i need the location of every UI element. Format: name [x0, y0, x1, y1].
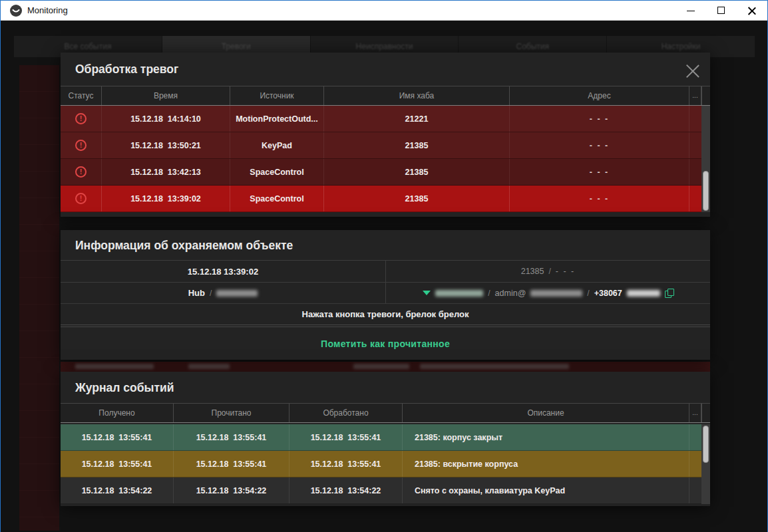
- alarm-table-header: Статус Время Источник Имя хаба Адрес ...: [61, 86, 710, 106]
- alarm-row[interactable]: 15.12.18 13:50:21 KeyPad 21385 - - -: [61, 132, 701, 159]
- hub-label: Hub: [188, 288, 205, 298]
- background-dimmed-row: [61, 362, 710, 372]
- col-processed[interactable]: Обработано: [289, 404, 403, 422]
- close-icon: [748, 7, 756, 15]
- col-time[interactable]: Время: [102, 86, 230, 105]
- event-log-panel: Журнал событий Получено Прочитано Обрабо…: [61, 372, 710, 506]
- col-more[interactable]: ...: [689, 86, 701, 105]
- minimize-button[interactable]: [675, 1, 706, 21]
- alarm-panel-title: Обработка тревог: [75, 63, 178, 76]
- event-row-warning[interactable]: 15.12.18 13:55:41 15.12.18 13:55:41 15.1…: [61, 451, 701, 477]
- maximize-button[interactable]: [706, 1, 737, 21]
- contact-email-redacted: [530, 290, 582, 297]
- col-read[interactable]: Прочитано: [174, 404, 289, 422]
- alert-icon: [75, 193, 87, 204]
- app-logo-icon: [10, 5, 22, 17]
- close-window-button[interactable]: [737, 1, 767, 21]
- minimize-icon: [687, 11, 695, 11]
- contact-name-redacted: [435, 290, 483, 297]
- expand-contact-icon[interactable]: [423, 291, 431, 295]
- col-scroll-gutter: [701, 404, 710, 422]
- alarm-datetime: 15.12.18 13:39:02: [188, 267, 258, 277]
- alarm-status-cell: [61, 106, 102, 132]
- contact-phone-redacted: [627, 290, 660, 297]
- alarm-message: Нажата кнопка тревоги, брелок брелок: [302, 309, 469, 319]
- alarm-scrollbar[interactable]: [701, 106, 710, 212]
- contact-phone-prefix: +38067: [594, 289, 622, 298]
- titlebar[interactable]: Monitoring: [1, 1, 767, 21]
- col-source[interactable]: Источник: [230, 86, 324, 105]
- alert-icon: [75, 113, 87, 124]
- event-scrollbar[interactable]: [701, 424, 710, 504]
- col-hub-name[interactable]: Имя хаба: [324, 86, 510, 105]
- event-row-ok[interactable]: 15.12.18 13:55:41 15.12.18 13:55:41 15.1…: [61, 424, 701, 451]
- hub-id-redacted: [216, 290, 258, 297]
- alarm-row-selected[interactable]: 15.12.18 13:39:02 SpaceControl 21385 - -…: [61, 186, 701, 212]
- event-panel-title: Журнал событий: [75, 381, 174, 395]
- alarm-status-cell: [61, 186, 102, 211]
- app-content: Все события Тревоги Неисправности Событи…: [1, 21, 767, 532]
- info-panel-title: Информация об охраняемом объекте: [75, 239, 293, 253]
- mark-as-read-button[interactable]: Пометить как прочитанное: [61, 327, 710, 360]
- alarm-status-cell: [61, 159, 102, 185]
- col-address[interactable]: Адрес: [510, 86, 689, 105]
- col-description[interactable]: Описание: [403, 404, 689, 422]
- alarm-status-cell: [61, 132, 102, 158]
- col-received[interactable]: Получено: [61, 404, 174, 422]
- event-row[interactable]: 15.12.18 13:54:22 15.12.18 13:54:22 15.1…: [61, 477, 701, 504]
- alarm-scrollbar-thumb[interactable]: [703, 171, 709, 211]
- col-status[interactable]: Статус: [61, 86, 102, 105]
- maximize-icon: [717, 7, 725, 14]
- object-number: 21385: [521, 267, 544, 276]
- col-more[interactable]: ...: [689, 404, 701, 422]
- object-address: - - -: [556, 267, 575, 276]
- dialog-close-button[interactable]: [686, 63, 699, 76]
- info-row-message: Нажата кнопка тревоги, брелок брелок: [61, 303, 710, 325]
- contact-email-prefix: admin@: [495, 289, 526, 298]
- col-scroll-gutter: [701, 86, 710, 105]
- event-scrollbar-thumb[interactable]: [703, 426, 709, 463]
- event-table-header: Получено Прочитано Обработано Описание .…: [61, 403, 710, 423]
- info-row-hub-contact: Hub / / admin@ / +38067: [61, 282, 710, 303]
- alert-icon: [75, 140, 87, 151]
- alert-icon: [75, 166, 87, 178]
- window-title: Monitoring: [27, 5, 68, 15]
- alarm-processing-panel: Обработка тревог Статус Время Источник И…: [61, 53, 710, 217]
- app-window: Monitoring Все события Тревоги Неисправн…: [0, 0, 768, 532]
- info-row-datetime: 15.12.18 13:39:02 21385 / - - -: [61, 260, 710, 282]
- copy-icon[interactable]: [665, 289, 673, 297]
- alarm-row[interactable]: 15.12.18 14:14:10 MotionProtectOutd... 2…: [61, 106, 701, 132]
- alarm-row[interactable]: 15.12.18 13:42:13 SpaceControl 21385 - -…: [61, 159, 701, 186]
- object-info-panel: Информация об охраняемом объекте 15.12.1…: [61, 230, 710, 360]
- background-alarm-list-dimmed: [19, 65, 59, 531]
